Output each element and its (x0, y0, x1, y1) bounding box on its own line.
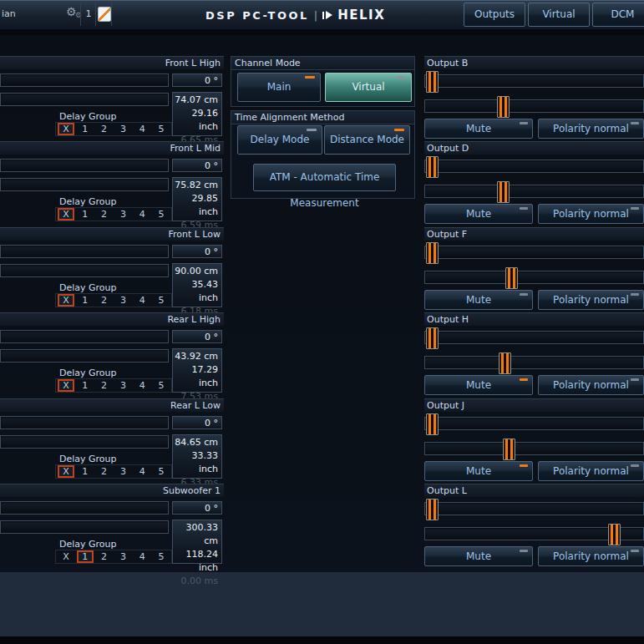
output-delay-slider[interactable] (424, 271, 644, 284)
delay-group-option-2[interactable]: 2 (96, 465, 113, 478)
delay-group-option-4[interactable]: 4 (134, 294, 150, 307)
delay-group-option-1[interactable]: 1 (77, 123, 94, 135)
atm-button[interactable]: ATM - Automatic Time Measurement (253, 164, 396, 191)
delay-slider-handle[interactable] (608, 524, 621, 545)
nav-outputs-button[interactable]: Outputs (464, 3, 525, 27)
delay-group-option-5[interactable]: 5 (153, 465, 170, 478)
polarity-button[interactable]: Polarity normal (538, 204, 644, 224)
delay-group-option-x[interactable]: X (58, 465, 74, 478)
mute-button[interactable]: Mute (424, 375, 533, 395)
delay-slider-handle[interactable] (497, 96, 510, 118)
delay-group-selector[interactable]: X12345 (55, 378, 172, 393)
delay-group-option-4[interactable]: 4 (134, 379, 150, 392)
mute-button[interactable]: Mute (424, 461, 533, 481)
delay-group-option-x[interactable]: X (58, 379, 74, 392)
gain-slider-handle[interactable] (426, 71, 439, 93)
delay-group-option-2[interactable]: 2 (96, 294, 113, 307)
delay-group-selector[interactable]: X12345 (55, 464, 172, 479)
phase-slider[interactable] (0, 159, 169, 172)
delay-group-option-1[interactable]: 1 (77, 465, 94, 478)
delay-group-option-3[interactable]: 3 (114, 550, 131, 563)
delay-group-option-x[interactable]: X (58, 294, 74, 307)
polarity-button[interactable]: Polarity normal (538, 461, 644, 481)
output-gain-slider[interactable] (424, 417, 644, 430)
delay-group-option-3[interactable]: 3 (114, 208, 131, 221)
phase-value[interactable]: 0 ° (172, 416, 222, 429)
phase-slider[interactable] (0, 74, 169, 87)
phase-slider[interactable] (0, 416, 169, 429)
delay-mode-button[interactable]: Delay Mode (237, 125, 322, 155)
output-gain-slider[interactable] (424, 331, 644, 344)
delay-group-option-3[interactable]: 3 (114, 379, 131, 392)
delay-slider[interactable] (0, 264, 169, 277)
delay-group-option-x[interactable]: X (58, 550, 74, 563)
delay-group-option-1[interactable]: 1 (77, 550, 94, 563)
phase-slider[interactable] (0, 245, 169, 258)
phase-value[interactable]: 0 ° (172, 74, 222, 87)
delay-slider[interactable] (0, 93, 169, 106)
delay-group-option-1[interactable]: 1 (77, 294, 94, 307)
delay-group-option-5[interactable]: 5 (153, 550, 170, 563)
phase-value[interactable]: 0 ° (172, 245, 222, 258)
delay-slider[interactable] (0, 520, 169, 534)
preset-number[interactable]: 1 (82, 8, 95, 19)
delay-group-option-5[interactable]: 5 (153, 208, 170, 221)
phase-value[interactable]: 0 ° (172, 330, 222, 343)
polarity-button[interactable]: Polarity normal (538, 375, 644, 395)
delay-group-option-x[interactable]: X (58, 123, 74, 135)
delay-group-option-1[interactable]: 1 (77, 379, 94, 392)
mute-button[interactable]: Mute (424, 546, 533, 566)
delay-group-option-2[interactable]: 2 (96, 379, 113, 392)
delay-group-selector[interactable]: X12345 (55, 122, 172, 136)
delay-group-option-4[interactable]: 4 (134, 123, 150, 135)
delay-group-option-4[interactable]: 4 (134, 550, 150, 563)
gain-slider-handle[interactable] (426, 327, 439, 349)
phase-slider[interactable] (0, 501, 169, 515)
delay-slider[interactable] (0, 435, 169, 449)
delay-group-option-5[interactable]: 5 (153, 123, 170, 135)
delay-slider-handle[interactable] (499, 352, 511, 374)
polarity-button[interactable]: Polarity normal (538, 119, 644, 139)
output-delay-slider[interactable] (424, 356, 644, 369)
output-delay-slider[interactable] (424, 442, 644, 455)
delay-group-option-4[interactable]: 4 (134, 208, 150, 221)
mute-button[interactable]: Mute (424, 204, 533, 224)
virtual-mode-button[interactable]: Virtual (325, 73, 412, 102)
delay-group-option-5[interactable]: 5 (153, 294, 170, 307)
delay-group-option-2[interactable]: 2 (96, 123, 113, 135)
mute-button[interactable]: Mute (424, 290, 533, 310)
output-delay-slider[interactable] (424, 185, 644, 198)
delay-group-option-4[interactable]: 4 (134, 465, 150, 478)
polarity-button[interactable]: Polarity normal (538, 290, 644, 310)
delay-group-option-2[interactable]: 2 (96, 550, 113, 563)
main-mode-button[interactable]: Main (237, 73, 321, 102)
delay-group-option-3[interactable]: 3 (114, 123, 131, 135)
gain-slider-handle[interactable] (426, 413, 439, 435)
phase-value[interactable]: 0 ° (172, 501, 222, 515)
delay-slider[interactable] (0, 349, 169, 363)
nav-virtual-button[interactable]: Virtual (528, 3, 590, 27)
output-gain-slider[interactable] (424, 74, 644, 88)
delay-group-option-5[interactable]: 5 (153, 379, 170, 392)
gain-slider-handle[interactable] (426, 242, 439, 264)
output-gain-slider[interactable] (424, 160, 644, 173)
mute-button[interactable]: Mute (424, 119, 533, 139)
polarity-button[interactable]: Polarity normal (538, 546, 644, 566)
delay-group-option-2[interactable]: 2 (96, 208, 113, 221)
phase-slider[interactable] (0, 330, 169, 343)
delay-group-option-3[interactable]: 3 (114, 465, 131, 478)
delay-group-selector[interactable]: X12345 (55, 207, 172, 221)
phase-value[interactable]: 0 ° (172, 159, 222, 172)
edit-pencil-icon[interactable] (98, 7, 111, 22)
delay-slider-handle[interactable] (503, 439, 515, 460)
nav-dcm-button[interactable]: DCM (592, 3, 644, 27)
output-delay-slider[interactable] (424, 99, 644, 113)
output-delay-slider[interactable] (424, 527, 644, 540)
delay-group-selector[interactable]: X12345 (55, 550, 172, 564)
delay-group-option-1[interactable]: 1 (77, 208, 94, 221)
delay-slider-handle[interactable] (497, 181, 510, 203)
delay-group-selector[interactable]: X12345 (55, 293, 172, 307)
delay-group-option-3[interactable]: 3 (114, 294, 131, 307)
delay-slider[interactable] (0, 178, 169, 191)
output-gain-slider[interactable] (424, 246, 644, 259)
